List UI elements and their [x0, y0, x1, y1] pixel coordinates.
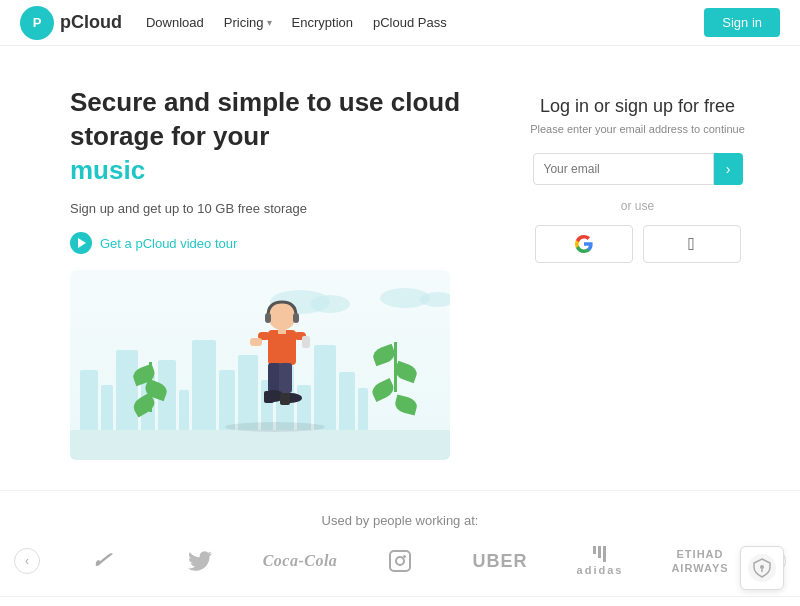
- nav-encryption[interactable]: Encryption: [292, 15, 353, 30]
- logos-prev-button[interactable]: ‹: [14, 548, 40, 574]
- apple-signin-button[interactable]: : [643, 225, 741, 263]
- brand-instagram: [350, 550, 450, 572]
- brand-twitter: [150, 551, 250, 571]
- form-title: Log in or sign up for free: [540, 96, 735, 117]
- brand-cocacola: Coca-Cola: [250, 552, 350, 570]
- nav-links: Download Pricing ▾ Encryption pCloud Pas…: [146, 15, 447, 30]
- email-field[interactable]: [533, 153, 714, 185]
- svg-rect-2: [293, 313, 299, 323]
- privacy-icon: [748, 554, 776, 582]
- used-by-section: Used by people working at: ‹ ✓ Coca-Cola…: [0, 490, 800, 596]
- brand-uber: UBER: [450, 551, 550, 572]
- plant-left: [130, 362, 170, 432]
- apple-icon: : [688, 235, 695, 253]
- bottom-features: [0, 596, 800, 606]
- signin-button[interactable]: Sign in: [704, 8, 780, 37]
- main-content: Secure and simple to use cloud storage f…: [0, 46, 800, 490]
- svg-rect-12: [264, 391, 274, 403]
- svg-rect-3: [268, 330, 296, 365]
- svg-rect-4: [278, 328, 286, 334]
- privacy-badge[interactable]: [740, 546, 784, 590]
- used-by-title: Used by people working at:: [0, 513, 800, 528]
- nav-pricing[interactable]: Pricing ▾: [224, 15, 272, 30]
- google-signin-button[interactable]: [535, 225, 633, 263]
- svg-rect-6: [250, 338, 262, 346]
- cloud-4: [420, 292, 450, 307]
- nav-left: P pCloud Download Pricing ▾ Encryption p…: [20, 6, 447, 40]
- play-icon: [70, 232, 92, 254]
- svg-rect-8: [302, 336, 310, 348]
- arrow-right-icon: ›: [726, 161, 731, 177]
- brand-nike: ✓: [50, 548, 150, 574]
- navbar: P pCloud Download Pricing ▾ Encryption p…: [0, 0, 800, 46]
- social-login-buttons: : [535, 225, 741, 263]
- logo-icon: P: [20, 6, 54, 40]
- svg-rect-14: [280, 393, 290, 405]
- ground: [70, 430, 450, 460]
- video-link-label: Get a pCloud video tour: [100, 236, 237, 251]
- video-tour-link[interactable]: Get a pCloud video tour: [70, 232, 505, 254]
- nav-pcloud-pass[interactable]: pCloud Pass: [373, 15, 447, 30]
- logo-text: pCloud: [60, 12, 122, 33]
- plant-right: [370, 342, 420, 432]
- svg-rect-10: [279, 363, 292, 393]
- google-icon: [575, 235, 593, 253]
- brand-adidas: adidas: [550, 546, 650, 576]
- svg-point-27: [760, 565, 764, 569]
- person-illustration: [230, 298, 320, 432]
- brand-logos-row: ‹ ✓ Coca-Cola UBER: [0, 546, 800, 576]
- or-use-label: or use: [621, 199, 654, 213]
- svg-rect-1: [265, 313, 271, 323]
- email-submit-button[interactable]: ›: [714, 153, 743, 185]
- chevron-down-icon: ▾: [267, 17, 272, 28]
- auth-form: Log in or sign up for free Please enter …: [525, 86, 750, 460]
- form-subtitle: Please enter your email address to conti…: [530, 123, 745, 135]
- hero-title: Secure and simple to use cloud storage f…: [70, 86, 505, 187]
- hero-highlight: music: [70, 155, 145, 185]
- left-section: Secure and simple to use cloud storage f…: [70, 86, 505, 460]
- logo[interactable]: P pCloud: [20, 6, 122, 40]
- nav-download[interactable]: Download: [146, 15, 204, 30]
- email-input-row: ›: [533, 153, 743, 185]
- brand-etihad: ETIHADAIRWAYS: [650, 547, 750, 576]
- hero-subtitle: Sign up and get up to 10 GB free storage: [70, 201, 505, 216]
- hero-illustration: [70, 270, 450, 460]
